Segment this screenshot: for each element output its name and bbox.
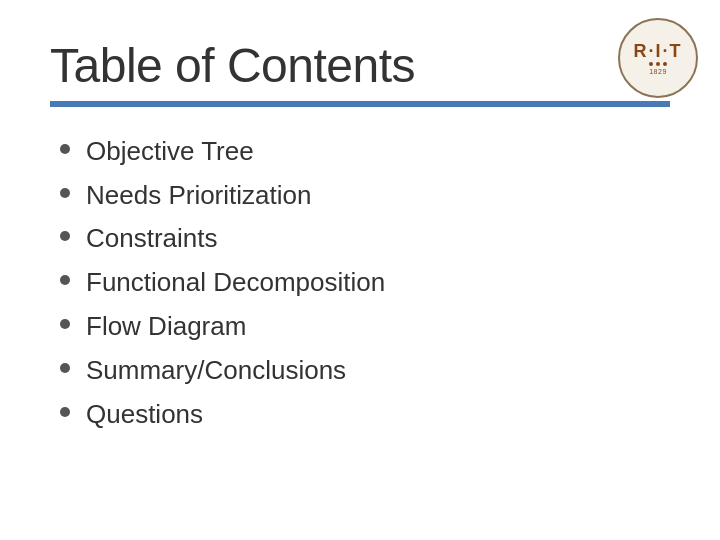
rit-logo-circle: R·I·T 1829 <box>618 18 698 98</box>
list-item-label: Needs Prioritization <box>86 179 311 213</box>
divider-bar <box>50 101 670 107</box>
title-section: Table of Contents <box>50 40 670 93</box>
list-item: Questions <box>60 398 670 432</box>
list-item: Objective Tree <box>60 135 670 169</box>
list-item-label: Constraints <box>86 222 218 256</box>
list-item: Summary/Conclusions <box>60 354 670 388</box>
bullet-icon <box>60 231 70 241</box>
list-item: Constraints <box>60 222 670 256</box>
list-item-label: Flow Diagram <box>86 310 246 344</box>
bullet-icon <box>60 275 70 285</box>
bullet-icon <box>60 188 70 198</box>
list-item: Functional Decomposition <box>60 266 670 300</box>
list-item-label: Objective Tree <box>86 135 254 169</box>
content-list: Objective Tree Needs Prioritization Cons… <box>60 135 670 432</box>
list-item: Flow Diagram <box>60 310 670 344</box>
rit-logo: R·I·T 1829 <box>618 18 698 98</box>
bullet-icon <box>60 319 70 329</box>
list-item-label: Functional Decomposition <box>86 266 385 300</box>
bullet-icon <box>60 363 70 373</box>
bullet-icon <box>60 407 70 417</box>
list-item: Needs Prioritization <box>60 179 670 213</box>
bullet-icon <box>60 144 70 154</box>
page-title: Table of Contents <box>50 40 670 93</box>
rit-logo-dots <box>634 62 683 66</box>
list-item-label: Summary/Conclusions <box>86 354 346 388</box>
slide: R·I·T 1829 Table of Contents Objective T… <box>0 0 720 540</box>
rit-logo-text: R·I·T <box>634 42 683 60</box>
rit-logo-subtitle: 1829 <box>634 68 683 75</box>
list-item-label: Questions <box>86 398 203 432</box>
